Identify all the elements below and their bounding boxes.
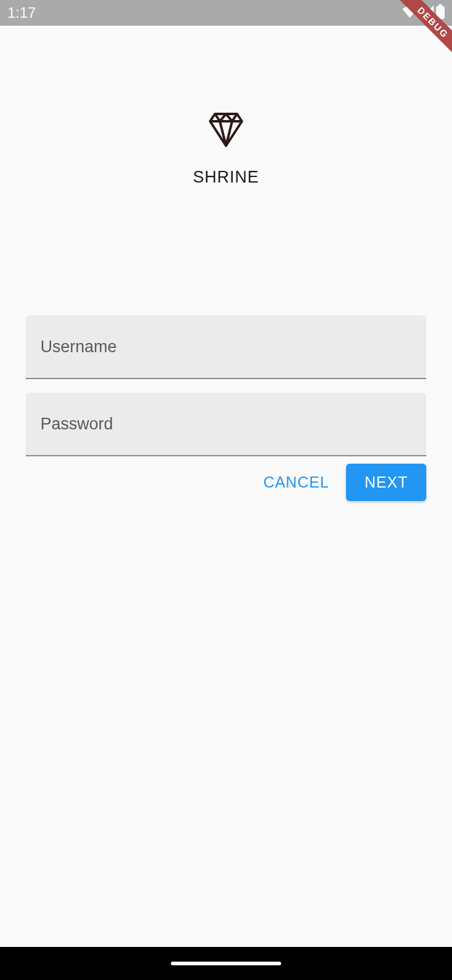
logo-section: SHRINE (26, 111, 426, 187)
status-bar: 1:17 (0, 0, 452, 26)
password-field[interactable] (26, 393, 426, 456)
status-time: 1:17 (7, 4, 36, 21)
diamond-icon (209, 111, 243, 151)
button-row: CANCEL NEXT (26, 464, 426, 501)
app-title: SHRINE (193, 168, 259, 187)
navigation-bar (0, 947, 452, 980)
next-button[interactable]: NEXT (346, 464, 426, 501)
svg-rect-0 (439, 4, 442, 6)
nav-handle[interactable] (171, 962, 281, 965)
login-content: SHRINE CANCEL NEXT (0, 26, 452, 501)
cancel-button[interactable]: CANCEL (255, 464, 337, 501)
username-field[interactable] (26, 315, 426, 379)
